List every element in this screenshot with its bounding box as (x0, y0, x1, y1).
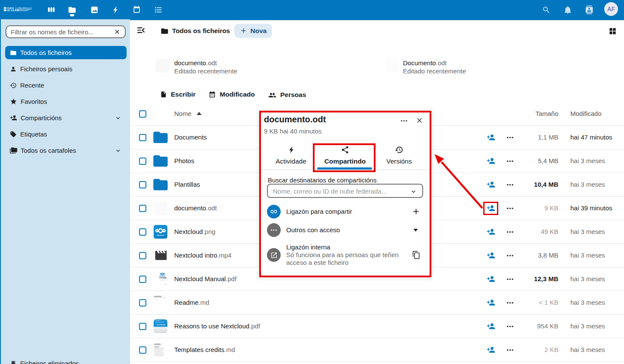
svg-text:E UNIVERSIDADES: E UNIVERSIDADES (17, 10, 28, 12)
